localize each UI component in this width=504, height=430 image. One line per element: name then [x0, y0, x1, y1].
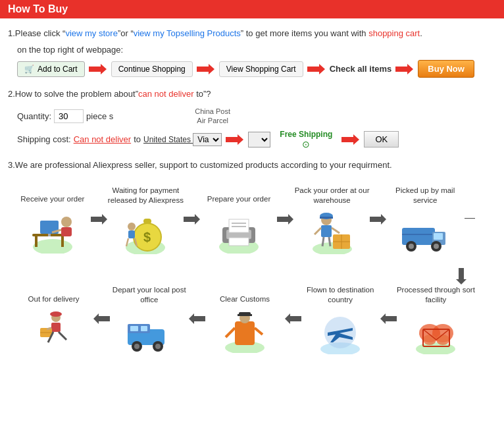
- svg-text:$: $: [143, 230, 151, 244]
- svg-marker-65: [285, 313, 301, 324]
- svg-rect-13: [61, 227, 72, 236]
- add-to-cart-button[interactable]: 🛒 Add to Cart: [17, 61, 85, 77]
- svg-marker-82: [93, 313, 110, 324]
- svg-line-42: [329, 237, 330, 246]
- connector2: [184, 186, 201, 225]
- arrow1: [89, 63, 107, 75]
- quantity-label: Quantity:: [17, 111, 51, 121]
- svg-marker-4: [226, 134, 243, 145]
- svg-point-51: [409, 244, 414, 249]
- process-item-2: Waiting for payment released by Aliexpre…: [108, 186, 184, 255]
- quantity-row: Quantity: piece s China Post Air Parcel: [17, 107, 496, 126]
- step3-section: 3.We are professional Aliexpress seller,…: [8, 159, 496, 173]
- country-dropdown-label: United States Via: [143, 133, 222, 146]
- arrow3: [307, 63, 326, 75]
- connector3: [277, 186, 294, 225]
- connector-r3: [188, 285, 205, 325]
- svg-marker-0: [89, 64, 107, 74]
- svg-rect-76: [130, 326, 138, 331]
- svg-point-6: [33, 239, 72, 254]
- svg-rect-32: [229, 238, 249, 246]
- svg-rect-9: [61, 236, 64, 247]
- svg-rect-38: [321, 225, 332, 237]
- svg-marker-62: [380, 313, 397, 324]
- connector4: [370, 186, 387, 225]
- dash-connector: —: [463, 186, 475, 224]
- process-item-3: Prepare your order: [201, 186, 277, 254]
- svg-rect-77: [141, 326, 147, 331]
- process-item-5: Picked up by mail service: [387, 186, 463, 255]
- svg-rect-20: [143, 219, 151, 224]
- svg-marker-5: [341, 134, 359, 145]
- ok-button[interactable]: OK: [364, 131, 399, 148]
- svg-line-89: [59, 332, 66, 340]
- shipping-method-select[interactable]: [248, 132, 270, 148]
- process-item-4: Pack your order at our warehouse: [294, 186, 370, 255]
- cannot-deliver-highlight: can not deliver: [138, 89, 194, 99]
- svg-line-40: [332, 228, 340, 233]
- piece-label: piece s: [86, 111, 113, 121]
- process-item-10: Out for delivery: [14, 285, 93, 354]
- svg-point-53: [434, 244, 439, 249]
- shipping-cost-label: Shipping cost:: [17, 134, 71, 144]
- svg-rect-67: [235, 321, 255, 345]
- svg-point-59: [423, 335, 436, 345]
- svg-marker-46: [370, 214, 386, 225]
- arrow4: [395, 63, 414, 75]
- via-select[interactable]: Via: [193, 133, 222, 146]
- cart-flow: 🛒 Add to Cart Continue Shopping View Sho…: [17, 60, 496, 78]
- to-label: to: [134, 134, 141, 144]
- how-to-buy-header: How To Buy: [0, 0, 504, 18]
- shopping-cart-link: shopping cart: [368, 28, 420, 38]
- continue-shopping-button[interactable]: Continue Shopping: [111, 61, 193, 77]
- view-topselling-link[interactable]: view my Topselling Products: [134, 28, 241, 38]
- arrow5: [226, 134, 244, 146]
- step2-text: 2.How to solve the problem about”can not…: [8, 87, 496, 101]
- process-item-9: Depart your local post office: [110, 285, 188, 355]
- process-item-1: Receive your order: [14, 186, 91, 254]
- shipping-cost-row: Shipping cost: Can not deliver to United…: [17, 130, 496, 149]
- svg-marker-33: [277, 214, 293, 225]
- cannot-deliver-label: Can not deliver: [74, 134, 131, 144]
- cart-icon: 🛒: [24, 65, 34, 74]
- step1-text: 1.Please click “view my store”or “view m…: [8, 26, 496, 41]
- process-item-6: Processed through sort facility: [397, 285, 475, 355]
- connector1: [91, 186, 108, 225]
- china-post-line2: Air Parcel: [197, 116, 228, 125]
- arrow2: [197, 63, 215, 75]
- svg-marker-1: [197, 64, 214, 74]
- svg-line-39: [315, 228, 321, 234]
- check-items-label: Check all items: [330, 64, 392, 74]
- connector-r2: [284, 285, 301, 325]
- svg-rect-47: [402, 228, 435, 245]
- svg-rect-49: [434, 233, 443, 240]
- svg-point-12: [61, 217, 72, 227]
- buy-now-button[interactable]: Buy Now: [418, 60, 474, 78]
- step1-subtext: on the top right of webpage:: [17, 45, 496, 55]
- process-section: Receive your order: [8, 186, 496, 356]
- svg-rect-8: [35, 236, 38, 247]
- process-item-8: Clear Customs: [205, 285, 284, 354]
- svg-point-84: [50, 311, 62, 317]
- svg-line-41: [322, 237, 324, 246]
- step1-section: 1.Please click “view my store”or “view m…: [8, 26, 496, 78]
- svg-marker-73: [189, 313, 205, 324]
- svg-marker-25: [184, 214, 200, 225]
- process-row2: Processed through sort facility: [14, 285, 475, 355]
- step3-text: 3.We are professional Aliexpress seller,…: [8, 159, 496, 173]
- svg-point-81: [155, 344, 161, 349]
- quantity-input[interactable]: [54, 109, 84, 123]
- svg-point-60: [436, 335, 449, 345]
- free-shipping-label: Free Shipping: [280, 130, 332, 139]
- view-store-link[interactable]: view my store: [65, 28, 117, 38]
- arrow6: [341, 134, 360, 146]
- connector-r1: [380, 285, 397, 325]
- svg-rect-29: [229, 219, 249, 232]
- svg-rect-85: [51, 323, 61, 332]
- process-row1: Receive your order: [14, 186, 475, 255]
- view-shopping-cart-button[interactable]: View Shopping Cart: [219, 61, 303, 77]
- svg-rect-70: [238, 314, 252, 316]
- svg-marker-3: [395, 64, 413, 74]
- svg-rect-11: [48, 234, 51, 236]
- svg-rect-22: [128, 230, 135, 238]
